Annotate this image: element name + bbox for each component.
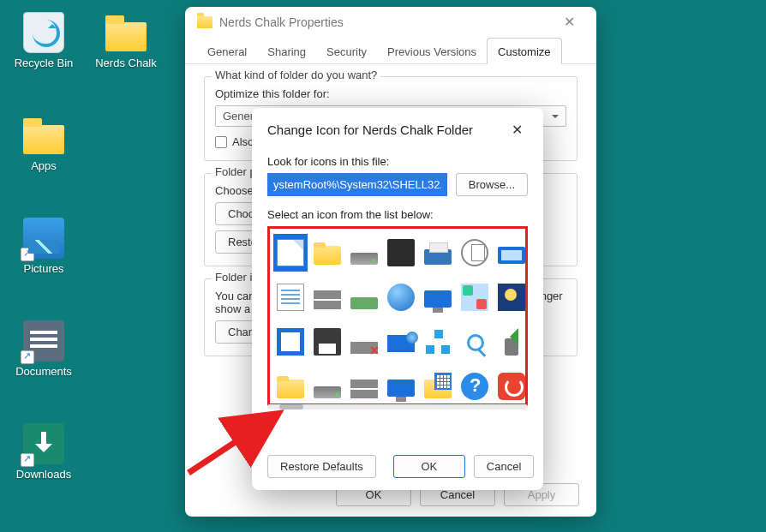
icon-folder-calendar[interactable] xyxy=(421,368,455,405)
icon-list-scrollbar[interactable] xyxy=(267,404,528,409)
downloads-shortcut[interactable]: Downloads xyxy=(5,423,82,481)
select-label: Select an icon from the list below: xyxy=(267,208,528,221)
icon-network-monitor[interactable] xyxy=(384,323,418,361)
icon-search[interactable] xyxy=(458,323,492,361)
pictures-shortcut[interactable]: Pictures xyxy=(5,218,82,275)
optimize-label: Optimize this folder for: xyxy=(215,87,566,100)
tab-security[interactable]: Security xyxy=(316,39,377,63)
documents-shortcut[interactable]: Documents xyxy=(5,320,82,378)
close-button[interactable]: ✕ xyxy=(506,122,528,138)
icon-blue-window[interactable] xyxy=(273,323,308,361)
icon-printer[interactable] xyxy=(421,234,455,272)
icon-folder[interactable] xyxy=(310,234,344,272)
change-icon-dialog: Change Icon for Nerds Chalk Folder ✕ Loo… xyxy=(252,108,543,490)
look-label: Look for icons in this file: xyxy=(267,155,528,168)
dialog-title: Change Icon for Nerds Chalk Folder xyxy=(267,123,473,137)
cancel-button[interactable]: Cancel xyxy=(474,455,534,478)
titlebar[interactable]: Nerds Chalk Properties ✕ xyxy=(185,7,596,37)
shortcut-arrow-icon xyxy=(21,453,34,467)
folder-icon xyxy=(197,16,212,28)
icon-text-doc[interactable] xyxy=(273,278,308,316)
label: Documents xyxy=(5,365,82,378)
icon-drive-monitor[interactable] xyxy=(347,368,381,405)
tab-previous-versions[interactable]: Previous Versions xyxy=(377,39,487,63)
recycle-bin[interactable]: Recycle Bin xyxy=(5,12,82,69)
dialog-titlebar[interactable]: Change Icon for Nerds Chalk Folder ✕ xyxy=(267,122,528,138)
tab-customize[interactable]: Customize xyxy=(487,38,561,64)
icon-chip[interactable] xyxy=(384,234,418,272)
icon-power[interactable] xyxy=(494,368,528,405)
icon-drive-stack[interactable] xyxy=(310,278,344,316)
pictures-icon xyxy=(23,218,64,259)
icon-control-panel[interactable] xyxy=(458,278,492,316)
icon-recent-doc[interactable] xyxy=(458,234,492,272)
icon-window[interactable] xyxy=(494,234,528,272)
scrollbar-thumb[interactable] xyxy=(279,404,303,409)
downloads-icon xyxy=(23,423,64,464)
label: Nerds Chalk xyxy=(87,57,165,69)
tabs: General Sharing Security Previous Versio… xyxy=(185,37,596,64)
icon-drive[interactable] xyxy=(347,234,381,272)
icon-monitor-2[interactable] xyxy=(384,368,418,405)
icon-drive-disconnect[interactable] xyxy=(347,323,381,361)
window-title: Nerds Chalk Properties xyxy=(219,15,554,29)
ok-button[interactable]: OK xyxy=(393,455,465,478)
tab-general[interactable]: General xyxy=(197,39,257,63)
restore-defaults-button[interactable]: Restore Defaults xyxy=(267,455,376,478)
label: Apps xyxy=(5,159,82,172)
icon-globe[interactable] xyxy=(384,278,418,316)
icon-drive-green[interactable] xyxy=(347,278,381,316)
icon-usb-eject[interactable] xyxy=(494,323,528,361)
apps-folder[interactable]: Apps xyxy=(5,115,82,172)
close-button[interactable]: ✕ xyxy=(554,14,584,30)
icon-help[interactable] xyxy=(458,368,492,405)
icon-folder-2[interactable] xyxy=(273,368,308,405)
label: Recycle Bin xyxy=(5,57,82,69)
icon-network-tree[interactable] xyxy=(421,323,455,361)
label: Downloads xyxy=(5,468,82,481)
label: Pictures xyxy=(5,262,82,275)
recycle-bin-icon xyxy=(23,12,64,53)
folder-icon xyxy=(23,115,64,156)
group-legend: What kind of folder do you want? xyxy=(212,69,380,81)
browse-button[interactable]: Browse... xyxy=(456,173,528,196)
tab-sharing[interactable]: Sharing xyxy=(257,39,316,63)
icon-blank-doc[interactable] xyxy=(273,234,308,272)
documents-icon xyxy=(23,320,64,362)
icon-monitor[interactable] xyxy=(421,278,455,316)
icon-path-input[interactable] xyxy=(267,173,447,196)
folder-icon xyxy=(105,12,147,53)
icon-night-monitor[interactable] xyxy=(494,278,528,316)
shortcut-arrow-icon xyxy=(21,248,34,261)
icon-floppy[interactable] xyxy=(310,323,344,361)
shortcut-arrow-icon xyxy=(21,350,34,364)
icon-drive-2[interactable] xyxy=(310,368,344,405)
dialog-buttons: Restore Defaults OK Cancel xyxy=(267,455,528,478)
also-apply-checkbox[interactable] xyxy=(215,136,227,148)
icon-list[interactable] xyxy=(267,226,528,406)
nerds-chalk-folder[interactable]: Nerds Chalk xyxy=(87,12,165,69)
